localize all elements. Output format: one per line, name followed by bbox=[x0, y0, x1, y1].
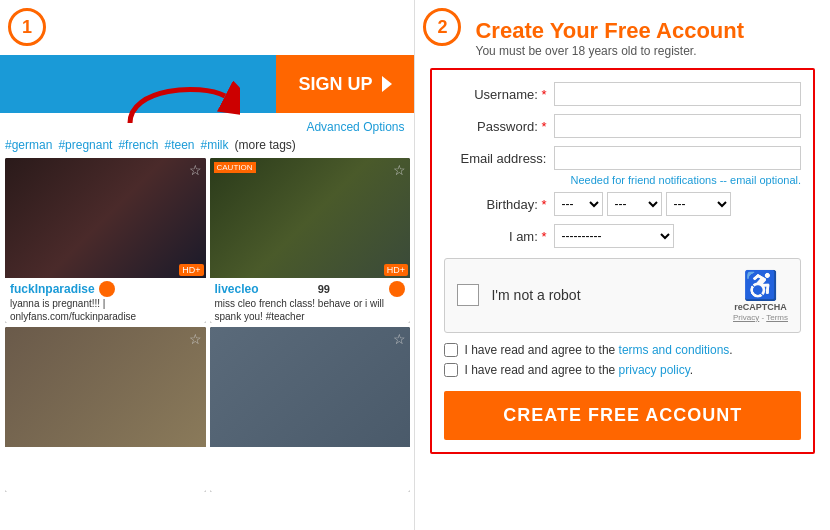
birthday-month-select[interactable]: --- JanFebMar AprMayJun JulAugSep OctNov… bbox=[554, 192, 603, 216]
birthday-label: Birthday: * bbox=[444, 197, 554, 212]
step-1-circle: 1 bbox=[8, 8, 46, 46]
recaptcha-privacy-link[interactable]: Privacy bbox=[733, 313, 759, 322]
recaptcha-links: Privacy - Terms bbox=[733, 313, 788, 322]
star-icon-3[interactable]: ☆ bbox=[189, 331, 202, 347]
privacy-checkbox[interactable] bbox=[444, 363, 458, 377]
tags-bar: #german #pregnant #french #teen #milk (m… bbox=[5, 138, 296, 152]
arrow-right-icon bbox=[382, 76, 392, 92]
iam-label: I am: * bbox=[444, 229, 554, 244]
advanced-options-link[interactable]: Advanced Options bbox=[306, 120, 404, 134]
email-note: Needed for friend notifications -- email… bbox=[444, 174, 801, 186]
signup-button[interactable]: SIGN UP bbox=[276, 55, 414, 113]
video-info-1: fuckInparadise lyanna is pregnant!!! | o… bbox=[5, 278, 206, 323]
video-card-1[interactable]: HD+ ☆ fuckInparadise lyanna is pregnant!… bbox=[5, 158, 206, 323]
username-row: Username: * bbox=[444, 82, 801, 106]
recaptcha-left: I'm not a robot bbox=[457, 284, 580, 306]
recaptcha-terms-link[interactable]: Terms bbox=[766, 313, 788, 322]
terms-link[interactable]: terms and conditions bbox=[619, 343, 730, 357]
form-title: Create Your Free Account bbox=[475, 18, 815, 44]
video-name-2: livecleo 99 bbox=[215, 281, 406, 297]
video-info-2: livecleo 99 miss cleo french class! beha… bbox=[210, 278, 411, 323]
email-input[interactable] bbox=[554, 146, 801, 170]
birthday-day-select[interactable]: --- bbox=[607, 192, 662, 216]
video-thumbnail-4: ☆ bbox=[210, 327, 411, 447]
password-row: Password: * bbox=[444, 114, 801, 138]
hd-badge-1: HD+ bbox=[179, 264, 203, 276]
step-2-circle: 2 bbox=[423, 8, 461, 46]
email-label: Email address: bbox=[444, 151, 554, 166]
username-input[interactable] bbox=[554, 82, 801, 106]
video-thumbnail-3: ☆ bbox=[5, 327, 206, 447]
video-name-1: fuckInparadise bbox=[10, 281, 201, 297]
privacy-link[interactable]: privacy policy bbox=[619, 363, 690, 377]
tag-milk[interactable]: #milk bbox=[200, 138, 228, 152]
recaptcha-checkbox[interactable] bbox=[457, 284, 479, 306]
more-tags-link[interactable]: (more tags) bbox=[235, 138, 296, 152]
registration-form: Username: * Password: * Email address: N… bbox=[430, 68, 815, 454]
create-account-button[interactable]: CREATE FREE ACCOUNT bbox=[444, 391, 801, 440]
password-label: Password: * bbox=[444, 119, 554, 134]
birthday-selects: --- JanFebMar AprMayJun JulAugSep OctNov… bbox=[554, 192, 731, 216]
birthday-year-select[interactable]: --- bbox=[666, 192, 731, 216]
birthday-row: Birthday: * --- JanFebMar AprMayJun JulA… bbox=[444, 192, 801, 216]
avatar-icon-1 bbox=[99, 281, 115, 297]
right-panel: 2 Create Your Free Account You must be o… bbox=[415, 0, 830, 530]
password-input[interactable] bbox=[554, 114, 801, 138]
video-thumbnail-2: HD+ ☆ CAUTION bbox=[210, 158, 411, 278]
tag-german[interactable]: #german bbox=[5, 138, 52, 152]
tag-teen[interactable]: #teen bbox=[164, 138, 194, 152]
recaptcha-text: I'm not a robot bbox=[491, 287, 580, 303]
video-info-3 bbox=[5, 447, 206, 492]
tag-french[interactable]: #french bbox=[118, 138, 158, 152]
left-panel: 1 SIGN UP Advanced Options #german #preg… bbox=[0, 0, 414, 530]
hd-badge-2: HD+ bbox=[384, 264, 408, 276]
tag-pregnant[interactable]: #pregnant bbox=[58, 138, 112, 152]
avatar-icon-2 bbox=[389, 281, 405, 297]
video-thumbnail-1: HD+ ☆ bbox=[5, 158, 206, 278]
iam-select[interactable]: ---------- Male Female Couple Trans bbox=[554, 224, 674, 248]
recaptcha-box: I'm not a robot ♿ reCAPTCHA Privacy - Te… bbox=[444, 258, 801, 333]
recaptcha-right: ♿ reCAPTCHA Privacy - Terms bbox=[733, 269, 788, 322]
recaptcha-label: reCAPTCHA bbox=[734, 302, 787, 313]
terms-checkbox[interactable] bbox=[444, 343, 458, 357]
username-label: Username: * bbox=[444, 87, 554, 102]
video-card-3[interactable]: ☆ bbox=[5, 327, 206, 492]
video-grid: HD+ ☆ fuckInparadise lyanna is pregnant!… bbox=[5, 158, 410, 492]
email-row: Email address: bbox=[444, 146, 801, 170]
form-subtitle: You must be over 18 years old to registe… bbox=[475, 44, 815, 58]
iam-row: I am: * ---------- Male Female Couple Tr… bbox=[444, 224, 801, 248]
star-icon-4[interactable]: ☆ bbox=[393, 331, 406, 347]
video-desc-1: lyanna is pregnant!!! | onlyfans.com/fuc… bbox=[10, 297, 201, 323]
video-info-4 bbox=[210, 447, 411, 492]
video-desc-2: miss cleo french class! behave or i will… bbox=[215, 297, 406, 323]
red-arrow-icon bbox=[120, 68, 240, 128]
star-icon-2[interactable]: ☆ bbox=[393, 162, 406, 178]
terms-label: I have read and agree to the terms and c… bbox=[464, 343, 732, 357]
recaptcha-logo-icon: ♿ bbox=[743, 269, 778, 302]
terms-checkbox-row: I have read and agree to the terms and c… bbox=[444, 343, 801, 357]
video-card-2[interactable]: HD+ ☆ CAUTION livecleo 99 miss cleo fren… bbox=[210, 158, 411, 323]
caution-label-2: CAUTION bbox=[214, 162, 256, 173]
star-icon-1[interactable]: ☆ bbox=[189, 162, 202, 178]
privacy-label: I have read and agree to the privacy pol… bbox=[464, 363, 693, 377]
privacy-checkbox-row: I have read and agree to the privacy pol… bbox=[444, 363, 801, 377]
video-card-4[interactable]: ☆ bbox=[210, 327, 411, 492]
